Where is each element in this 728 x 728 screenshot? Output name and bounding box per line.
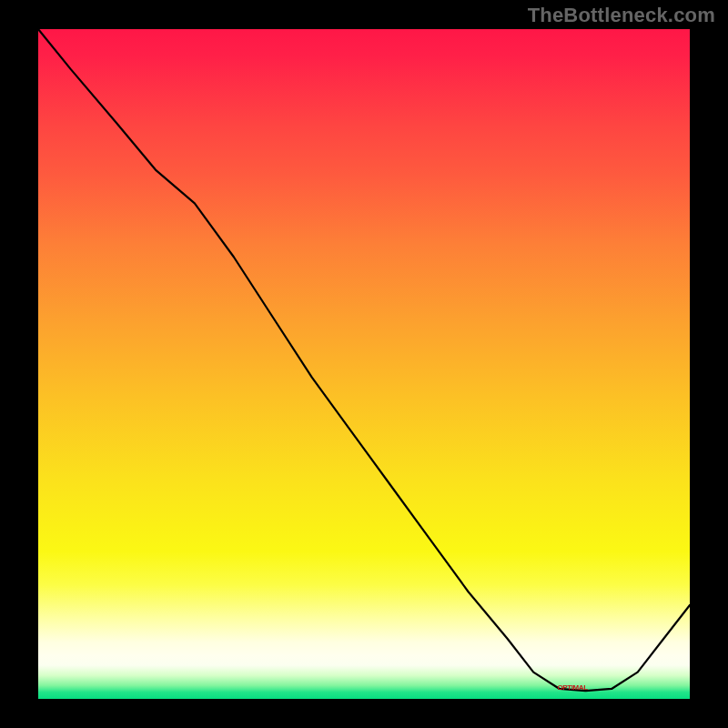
chart-svg	[38, 29, 690, 699]
watermark-text: TheBottleneck.com	[528, 4, 715, 27]
plot-area: OPTIMAL	[36, 27, 692, 701]
chart-frame: TheBottleneck.com OPTIMAL	[0, 0, 728, 728]
bottleneck-curve-line	[38, 29, 690, 691]
optimal-marker: OPTIMAL	[558, 683, 588, 692]
